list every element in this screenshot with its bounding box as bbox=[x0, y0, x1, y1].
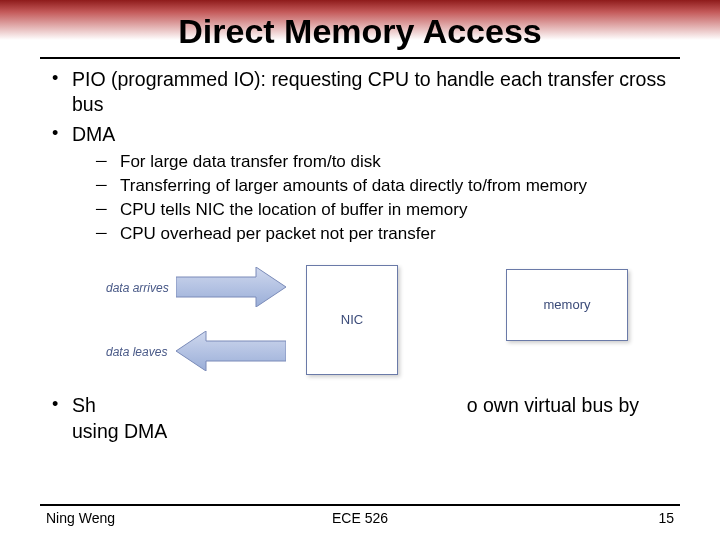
bullet-sh-left: Sh bbox=[72, 394, 96, 416]
footer-course: ECE 526 bbox=[0, 510, 720, 526]
svg-marker-1 bbox=[176, 331, 286, 371]
sub-bullet-4: CPU overhead per packet not per transfer bbox=[72, 223, 674, 245]
slide: Direct Memory Access PIO (programmed IO)… bbox=[0, 0, 720, 540]
bullet-dma-text: DMA bbox=[72, 123, 115, 145]
label-data-leaves: data leaves bbox=[106, 345, 167, 361]
arrow-right-icon bbox=[176, 267, 286, 307]
box-nic-label: NIC bbox=[341, 312, 363, 329]
bullet-sh: Sh o own virtual bus by using DMA bbox=[46, 393, 674, 444]
footer: Ning Weng ECE 526 15 bbox=[0, 510, 720, 530]
sub-bullet-list: For large data transfer from/to disk Tra… bbox=[72, 151, 674, 245]
box-memory: memory bbox=[506, 269, 628, 341]
footer-page: 15 bbox=[658, 510, 674, 526]
arrow-left-icon bbox=[176, 331, 286, 371]
sub-bullet-3: CPU tells NIC the location of buffer in … bbox=[72, 199, 674, 221]
footer-divider bbox=[40, 504, 680, 506]
content-area: PIO (programmed IO): requesting CPU to h… bbox=[0, 67, 720, 444]
sub-bullet-2: Transferring of larger amounts of data d… bbox=[72, 175, 674, 197]
sub-bullet-1: For large data transfer from/to disk bbox=[72, 151, 674, 173]
slide-title: Direct Memory Access bbox=[0, 0, 720, 57]
bullet-sh-right: o own virtual bus by using DMA bbox=[72, 394, 639, 441]
dma-figure: data arrives data leaves bbox=[106, 259, 646, 389]
title-divider bbox=[40, 57, 680, 59]
bullet-list: PIO (programmed IO): requesting CPU to h… bbox=[46, 67, 674, 245]
bullet-pio: PIO (programmed IO): requesting CPU to h… bbox=[46, 67, 674, 118]
box-nic: NIC bbox=[306, 265, 398, 375]
bullet-dma: DMA For large data transfer from/to disk… bbox=[46, 122, 674, 246]
label-data-arrives: data arrives bbox=[106, 281, 169, 297]
svg-marker-0 bbox=[176, 267, 286, 307]
bullet-list-2: Sh o own virtual bus by using DMA bbox=[46, 393, 674, 444]
box-memory-label: memory bbox=[544, 297, 591, 314]
